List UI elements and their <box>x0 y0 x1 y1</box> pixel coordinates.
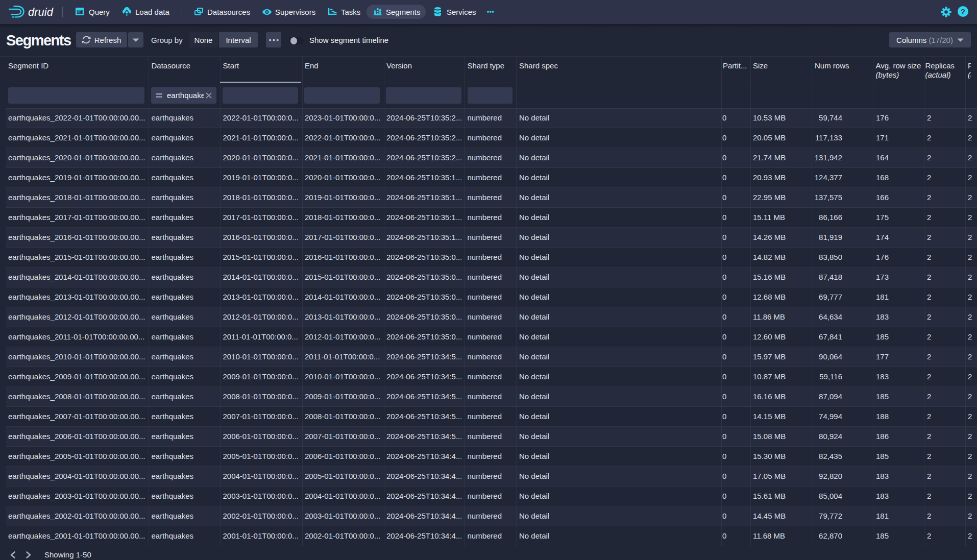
svg-text:?: ? <box>961 7 965 16</box>
